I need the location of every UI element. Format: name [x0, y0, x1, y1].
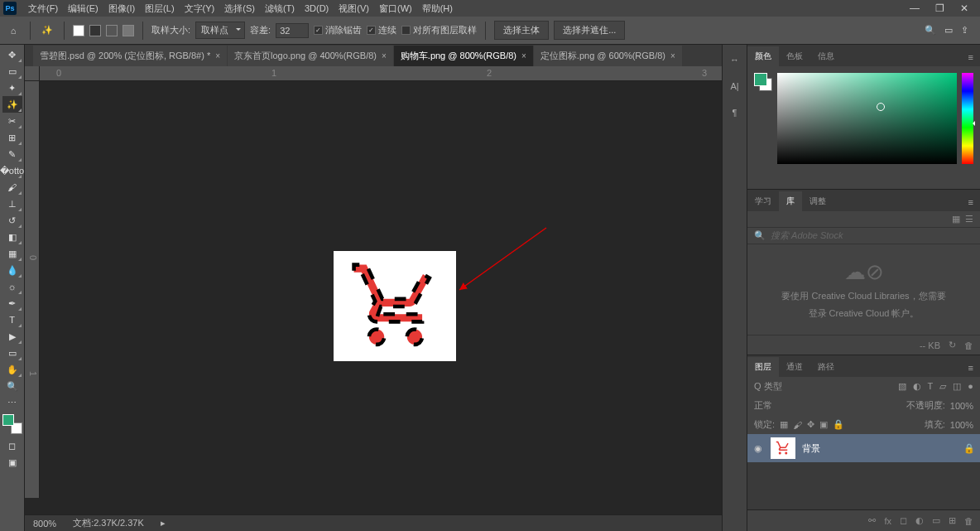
tab-learn[interactable]: 学习: [747, 191, 779, 211]
zoom-level[interactable]: 800%: [33, 519, 56, 529]
menu-file[interactable]: 文件(F): [23, 2, 63, 15]
window-close[interactable]: ✕: [952, 2, 977, 14]
lock-icon[interactable]: 🔒: [963, 443, 975, 454]
window-maximize[interactable]: ❐: [927, 2, 952, 14]
filter-adjust-icon[interactable]: ◐: [913, 381, 921, 392]
filter-smart-icon[interactable]: ◫: [953, 381, 961, 392]
close-icon[interactable]: ×: [215, 51, 220, 60]
paragraph-panel-icon[interactable]: ¶: [728, 106, 742, 119]
path-select-tool[interactable]: ▶: [2, 328, 22, 345]
menu-type[interactable]: 文字(Y): [180, 2, 220, 15]
filter-pixel-icon[interactable]: ▧: [898, 381, 906, 392]
vertical-ruler[interactable]: 0 1: [25, 81, 40, 498]
shape-tool[interactable]: ▭: [2, 345, 22, 361]
lock-pos-icon[interactable]: ✥: [807, 419, 814, 430]
tab-info[interactable]: 信息: [810, 46, 842, 66]
lock-trans-icon[interactable]: ▦: [780, 419, 788, 430]
doc-tab-0[interactable]: 雪碧图.psd @ 200% (定位图标, RGB/8#) *×: [33, 46, 227, 66]
panel-menu-icon[interactable]: ≡: [962, 48, 980, 66]
lib-sync-icon[interactable]: ↻: [949, 340, 956, 350]
crop-tool[interactable]: ✂: [2, 113, 22, 129]
eyedropper-tool[interactable]: ✎: [2, 146, 22, 162]
character-panel-icon[interactable]: A|: [728, 80, 742, 93]
dodge-tool[interactable]: ☼: [2, 278, 22, 295]
sample-swatch-2[interactable]: [89, 25, 101, 36]
layer-mask-icon[interactable]: ◻: [900, 515, 907, 526]
menu-help[interactable]: 帮助(H): [417, 2, 458, 15]
layer-kind-filter[interactable]: Q 类型: [754, 380, 782, 393]
edit-toolbar[interactable]: ⋯: [2, 394, 22, 411]
delete-layer-icon[interactable]: 🗑: [964, 516, 973, 526]
doc-tab-1[interactable]: 京东首页logo.png @ 400%(RGB/8)×: [228, 46, 393, 66]
blend-mode-dropdown[interactable]: 正常: [754, 399, 812, 412]
close-icon[interactable]: ×: [382, 51, 387, 60]
lib-grid-icon[interactable]: ▦: [952, 214, 960, 224]
gradient-tool[interactable]: ▦: [2, 245, 22, 262]
current-tool-icon[interactable]: ✨: [39, 22, 55, 39]
close-icon[interactable]: ×: [670, 51, 675, 60]
fill-value[interactable]: 100%: [950, 420, 973, 430]
ruler-origin[interactable]: [25, 66, 40, 81]
layer-thumbnail[interactable]: [771, 437, 795, 459]
foreground-background-color[interactable]: [2, 414, 22, 434]
doc-size[interactable]: 文档:2.37K/2.37K: [73, 517, 144, 529]
menu-filter[interactable]: 滤镜(T): [260, 2, 300, 15]
history-panel-icon[interactable]: ↔: [728, 53, 742, 66]
frame-tool[interactable]: ⊞: [2, 129, 22, 146]
menu-image[interactable]: 图像(I): [103, 2, 140, 15]
group-icon[interactable]: ▭: [932, 515, 940, 526]
zoom-tool[interactable]: 🔍: [2, 378, 22, 394]
layer-fx-icon[interactable]: fx: [884, 516, 891, 526]
move-tool[interactable]: ✥: [2, 46, 22, 63]
tab-libraries[interactable]: 库: [779, 191, 802, 211]
quick-mask-tool[interactable]: ◻: [2, 437, 22, 454]
search-icon[interactable]: 🔍: [925, 25, 936, 36]
menu-view[interactable]: 视图(V): [334, 2, 374, 15]
blur-tool[interactable]: 💧: [2, 262, 22, 278]
sample-swatch-4[interactable]: [122, 25, 134, 36]
filter-shape-icon[interactable]: ▱: [939, 381, 946, 392]
magic-wand-tool[interactable]: ✨: [2, 96, 22, 113]
chevron-right-icon[interactable]: ▸: [161, 518, 166, 529]
menu-edit[interactable]: 编辑(E): [63, 2, 103, 15]
lib-search[interactable]: 搜索 Adobe Stock: [771, 229, 973, 242]
link-layers-icon[interactable]: ⚯: [868, 515, 876, 526]
layer-name[interactable]: 背景: [802, 442, 957, 455]
filter-toggle-icon[interactable]: ●: [968, 381, 973, 392]
stamp-tool[interactable]: ⊥: [2, 196, 22, 212]
lock-nest-icon[interactable]: ▣: [819, 419, 828, 430]
hue-slider[interactable]: [962, 73, 973, 164]
workspace-icon[interactable]: ▭: [944, 25, 953, 36]
lib-trash-icon[interactable]: 🗑: [964, 340, 973, 350]
brush-tool[interactable]: 🖌: [2, 179, 22, 196]
sample-swatch-1[interactable]: [73, 25, 84, 36]
opacity-value[interactable]: 100%: [950, 401, 973, 411]
lib-list-icon[interactable]: ☰: [965, 214, 973, 224]
eraser-tool[interactable]: ◧: [2, 229, 22, 245]
close-icon[interactable]: ×: [521, 51, 526, 60]
horizontal-ruler[interactable]: 0 1 2 3: [40, 66, 722, 81]
sample-size-dropdown[interactable]: 取样点: [195, 22, 245, 39]
visibility-icon[interactable]: ◉: [752, 443, 764, 454]
canvas-viewport[interactable]: 0 1 2 3 0 1: [25, 66, 722, 514]
marquee-tool[interactable]: ▭: [2, 63, 22, 80]
window-minimize[interactable]: —: [902, 2, 927, 14]
tab-adjustments[interactable]: 调整: [802, 191, 833, 211]
new-layer-icon[interactable]: ⊞: [949, 515, 956, 526]
history-brush-tool[interactable]: ↺: [2, 212, 22, 229]
menu-layer[interactable]: 图层(L): [140, 2, 179, 15]
panel-menu-icon[interactable]: ≡: [962, 193, 980, 211]
hand-tool[interactable]: ✋: [2, 361, 22, 378]
lock-all-icon[interactable]: 🔒: [833, 419, 844, 430]
screen-mode-tool[interactable]: ▣: [2, 454, 22, 471]
menu-window[interactable]: 窗口(W): [374, 2, 417, 15]
tab-paths[interactable]: 路径: [810, 357, 842, 377]
select-mask-button[interactable]: 选择并遮住...: [554, 21, 625, 40]
canvas[interactable]: [334, 251, 456, 361]
type-tool[interactable]: T: [2, 311, 22, 328]
lock-paint-icon[interactable]: 🖌: [793, 420, 802, 430]
color-field[interactable]: [777, 73, 957, 164]
filter-type-icon[interactable]: T: [928, 381, 934, 392]
sample-swatch-3[interactable]: [106, 25, 118, 36]
adjustment-layer-icon[interactable]: ◐: [915, 515, 924, 526]
